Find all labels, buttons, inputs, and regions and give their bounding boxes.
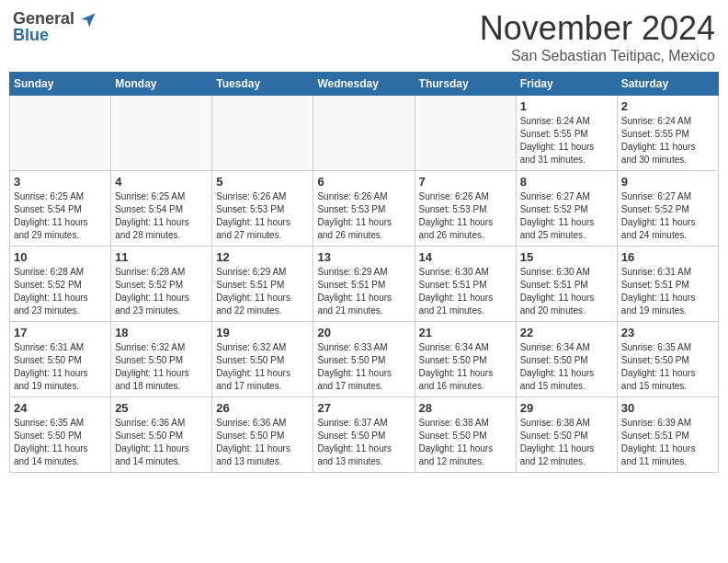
day-number: 19 — [216, 326, 309, 339]
calendar-day-cell: 22Sunrise: 6:34 AM Sunset: 5:50 PM Dayli… — [516, 322, 617, 397]
weekday-header: Tuesday — [212, 73, 313, 96]
day-info: Sunrise: 6:39 AM Sunset: 5:51 PM Dayligh… — [621, 417, 714, 468]
calendar-day-cell: 10Sunrise: 6:28 AM Sunset: 5:52 PM Dayli… — [10, 247, 111, 322]
day-number: 20 — [317, 326, 410, 339]
day-number: 1 — [520, 99, 613, 113]
weekday-header: Friday — [516, 73, 617, 96]
calendar-day-cell: 28Sunrise: 6:38 AM Sunset: 5:50 PM Dayli… — [415, 397, 516, 473]
day-info: Sunrise: 6:31 AM Sunset: 5:51 PM Dayligh… — [621, 266, 714, 317]
calendar-day-cell: 14Sunrise: 6:30 AM Sunset: 5:51 PM Dayli… — [415, 247, 516, 322]
day-number: 7 — [419, 175, 512, 189]
calendar-day-cell — [111, 96, 212, 171]
calendar-header-row: SundayMondayTuesdayWednesdayThursdayFrid… — [10, 73, 719, 96]
day-info: Sunrise: 6:32 AM Sunset: 5:50 PM Dayligh… — [216, 341, 309, 393]
day-info: Sunrise: 6:30 AM Sunset: 5:51 PM Dayligh… — [419, 266, 512, 317]
logo: General Blue — [13, 9, 97, 45]
day-info: Sunrise: 6:26 AM Sunset: 5:53 PM Dayligh… — [317, 190, 410, 242]
calendar-day-cell: 18Sunrise: 6:32 AM Sunset: 5:50 PM Dayli… — [111, 322, 212, 397]
day-number: 15 — [520, 250, 613, 264]
weekday-header: Monday — [111, 73, 212, 96]
weekday-header: Sunday — [10, 73, 111, 96]
day-number: 28 — [419, 401, 512, 415]
calendar-day-cell: 27Sunrise: 6:37 AM Sunset: 5:50 PM Dayli… — [313, 397, 415, 473]
day-number: 23 — [621, 326, 714, 339]
day-info: Sunrise: 6:24 AM Sunset: 5:55 PM Dayligh… — [621, 115, 714, 167]
day-info: Sunrise: 6:38 AM Sunset: 5:50 PM Dayligh… — [520, 417, 613, 468]
weekday-header: Saturday — [617, 73, 718, 96]
day-info: Sunrise: 6:27 AM Sunset: 5:52 PM Dayligh… — [621, 190, 714, 242]
month-title: November 2024 — [480, 9, 715, 48]
calendar-week-row: 1Sunrise: 6:24 AM Sunset: 5:55 PM Daylig… — [10, 96, 719, 171]
day-number: 14 — [419, 250, 512, 264]
calendar-day-cell: 13Sunrise: 6:29 AM Sunset: 5:51 PM Dayli… — [313, 247, 415, 322]
day-info: Sunrise: 6:26 AM Sunset: 5:53 PM Dayligh… — [419, 190, 512, 242]
day-number: 8 — [520, 175, 613, 189]
calendar-day-cell — [10, 96, 111, 171]
logo-bird-icon — [79, 11, 97, 29]
calendar-day-cell: 20Sunrise: 6:33 AM Sunset: 5:50 PM Dayli… — [313, 322, 415, 397]
day-number: 2 — [621, 99, 714, 113]
calendar-week-row: 10Sunrise: 6:28 AM Sunset: 5:52 PM Dayli… — [10, 247, 719, 322]
calendar-day-cell: 4Sunrise: 6:25 AM Sunset: 5:54 PM Daylig… — [111, 171, 212, 247]
day-number: 29 — [520, 401, 613, 415]
day-info: Sunrise: 6:33 AM Sunset: 5:50 PM Dayligh… — [317, 341, 410, 393]
day-number: 21 — [419, 326, 512, 339]
calendar-day-cell: 3Sunrise: 6:25 AM Sunset: 5:54 PM Daylig… — [10, 171, 111, 247]
day-info: Sunrise: 6:34 AM Sunset: 5:50 PM Dayligh… — [520, 341, 613, 393]
day-info: Sunrise: 6:35 AM Sunset: 5:50 PM Dayligh… — [621, 341, 714, 393]
calendar-day-cell: 7Sunrise: 6:26 AM Sunset: 5:53 PM Daylig… — [415, 171, 516, 247]
day-number: 24 — [14, 401, 107, 415]
calendar-day-cell: 24Sunrise: 6:35 AM Sunset: 5:50 PM Dayli… — [10, 397, 111, 473]
day-info: Sunrise: 6:28 AM Sunset: 5:52 PM Dayligh… — [115, 266, 208, 317]
day-number: 6 — [317, 175, 410, 189]
calendar-day-cell: 25Sunrise: 6:36 AM Sunset: 5:50 PM Dayli… — [111, 397, 212, 473]
day-info: Sunrise: 6:27 AM Sunset: 5:52 PM Dayligh… — [520, 190, 613, 242]
calendar-day-cell: 6Sunrise: 6:26 AM Sunset: 5:53 PM Daylig… — [313, 171, 415, 247]
calendar-day-cell: 29Sunrise: 6:38 AM Sunset: 5:50 PM Dayli… — [516, 397, 617, 473]
day-number: 9 — [621, 175, 714, 189]
day-info: Sunrise: 6:36 AM Sunset: 5:50 PM Dayligh… — [216, 417, 309, 468]
location-title: San Sebastian Teitipac, Mexico — [480, 48, 715, 64]
calendar-day-cell — [415, 96, 516, 171]
day-number: 10 — [14, 250, 107, 264]
calendar-day-cell: 9Sunrise: 6:27 AM Sunset: 5:52 PM Daylig… — [617, 171, 718, 247]
calendar-day-cell: 15Sunrise: 6:30 AM Sunset: 5:51 PM Dayli… — [516, 247, 617, 322]
calendar-week-row: 17Sunrise: 6:31 AM Sunset: 5:50 PM Dayli… — [10, 322, 719, 397]
weekday-header: Wednesday — [313, 73, 415, 96]
day-number: 13 — [317, 250, 410, 264]
day-info: Sunrise: 6:37 AM Sunset: 5:50 PM Dayligh… — [317, 417, 410, 468]
day-number: 3 — [14, 175, 107, 189]
day-number: 27 — [317, 401, 410, 415]
day-number: 12 — [216, 250, 309, 264]
weekday-header: Thursday — [415, 73, 516, 96]
calendar-day-cell: 26Sunrise: 6:36 AM Sunset: 5:50 PM Dayli… — [212, 397, 313, 473]
day-number: 26 — [216, 401, 309, 415]
day-number: 18 — [115, 326, 208, 339]
calendar-day-cell: 5Sunrise: 6:26 AM Sunset: 5:53 PM Daylig… — [212, 171, 313, 247]
page-header: General Blue November 2024 San Sebastian… — [9, 9, 719, 64]
calendar-day-cell — [313, 96, 415, 171]
day-info: Sunrise: 6:38 AM Sunset: 5:50 PM Dayligh… — [419, 417, 512, 468]
logo-blue-text: Blue — [13, 26, 49, 45]
calendar-day-cell: 2Sunrise: 6:24 AM Sunset: 5:55 PM Daylig… — [617, 96, 718, 171]
calendar-day-cell: 23Sunrise: 6:35 AM Sunset: 5:50 PM Dayli… — [617, 322, 718, 397]
day-info: Sunrise: 6:24 AM Sunset: 5:55 PM Dayligh… — [520, 115, 613, 167]
calendar-day-cell: 19Sunrise: 6:32 AM Sunset: 5:50 PM Dayli… — [212, 322, 313, 397]
calendar-day-cell: 16Sunrise: 6:31 AM Sunset: 5:51 PM Dayli… — [617, 247, 718, 322]
calendar-day-cell: 30Sunrise: 6:39 AM Sunset: 5:51 PM Dayli… — [617, 397, 718, 473]
calendar-day-cell: 1Sunrise: 6:24 AM Sunset: 5:55 PM Daylig… — [516, 96, 617, 171]
calendar-day-cell: 12Sunrise: 6:29 AM Sunset: 5:51 PM Dayli… — [212, 247, 313, 322]
day-number: 30 — [621, 401, 714, 415]
day-number: 17 — [14, 326, 107, 339]
day-number: 5 — [216, 175, 309, 189]
calendar-day-cell — [212, 96, 313, 171]
day-info: Sunrise: 6:29 AM Sunset: 5:51 PM Dayligh… — [317, 266, 410, 317]
day-number: 4 — [115, 175, 208, 189]
calendar-day-cell: 11Sunrise: 6:28 AM Sunset: 5:52 PM Dayli… — [111, 247, 212, 322]
calendar-table: SundayMondayTuesdayWednesdayThursdayFrid… — [9, 72, 719, 473]
calendar-week-row: 3Sunrise: 6:25 AM Sunset: 5:54 PM Daylig… — [10, 171, 719, 247]
day-info: Sunrise: 6:32 AM Sunset: 5:50 PM Dayligh… — [115, 341, 208, 393]
title-block: November 2024 San Sebastian Teitipac, Me… — [480, 9, 715, 64]
day-info: Sunrise: 6:36 AM Sunset: 5:50 PM Dayligh… — [115, 417, 208, 468]
day-info: Sunrise: 6:25 AM Sunset: 5:54 PM Dayligh… — [14, 190, 107, 242]
